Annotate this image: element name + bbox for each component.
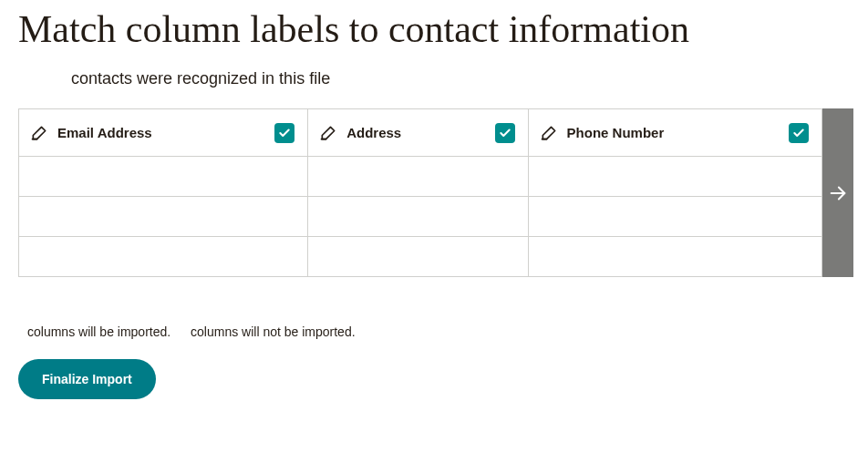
table-row: [19, 197, 822, 237]
column-checkbox[interactable]: [789, 123, 809, 143]
column-mapping-table: Email Address Address: [18, 108, 822, 277]
column-label: Email Address: [57, 125, 152, 140]
column-header[interactable]: Address: [308, 109, 528, 157]
page-title: Match column labels to contact informati…: [0, 0, 729, 51]
pencil-icon[interactable]: [540, 124, 558, 142]
arrow-right-icon: [828, 183, 848, 203]
recognized-contacts-text: contacts were recognized in this file: [0, 51, 868, 88]
column-label: Phone Number: [567, 125, 665, 140]
column-label: Address: [346, 125, 401, 140]
finalize-import-button[interactable]: Finalize Import: [18, 359, 156, 399]
scroll-right-button[interactable]: [822, 108, 853, 277]
column-checkbox[interactable]: [274, 123, 294, 143]
column-header[interactable]: Phone Number: [528, 109, 822, 157]
column-checkbox[interactable]: [495, 123, 515, 143]
column-header[interactable]: Email Address: [19, 109, 308, 157]
pencil-icon[interactable]: [319, 124, 337, 142]
import-summary: columns will be imported. columns will n…: [0, 277, 868, 339]
column-mapping-table-wrap: Email Address Address: [18, 108, 868, 277]
pencil-icon[interactable]: [30, 124, 48, 142]
table-row: [19, 237, 822, 277]
not-imported-count-text: columns will not be imported.: [191, 324, 356, 339]
table-row: [19, 157, 822, 197]
imported-count-text: columns will be imported.: [27, 324, 170, 339]
